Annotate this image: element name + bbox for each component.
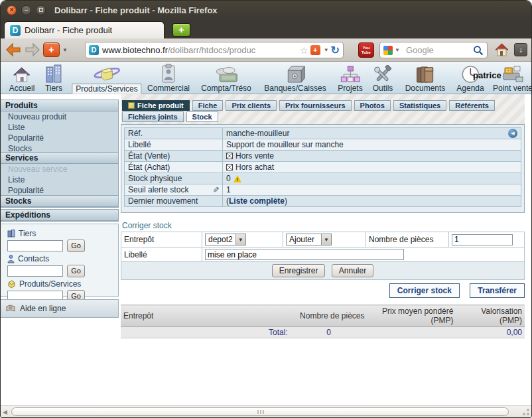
appbar-item-produits-services[interactable]: Produits/Services [72, 63, 141, 94]
select-arrow-icon: ▼ [321, 234, 331, 245]
mode-select[interactable]: Ajouter ▼ [286, 234, 332, 245]
tab-prix-fournisseurs[interactable]: Prix fournisseurs [279, 100, 351, 111]
org-chart-icon [336, 63, 364, 84]
sidebar-section-stocks: Stocks [1, 195, 119, 208]
sidebar-item-liste-produits[interactable]: Liste [1, 122, 118, 133]
url-path: /dolibarr/htdocs/produc [168, 45, 299, 55]
sidebar-item-popularite-produits[interactable]: Popularité [1, 133, 118, 143]
tab-fiche-produit[interactable]: Fiche produit [122, 100, 190, 111]
sidebar-header-expeditions[interactable]: Expéditions [1, 210, 118, 221]
browser-tab[interactable]: D Dolibarr - Fiche produit [4, 21, 165, 38]
reload-icon[interactable]: ↻ [331, 45, 340, 56]
window-maximize-button[interactable] [36, 5, 46, 15]
tabs-row-2: Fichiers joints Stock [122, 111, 218, 122]
new-tab-toolbar-button[interactable]: + [43, 42, 60, 57]
search-bar[interactable]: ▼ Google [379, 42, 488, 58]
download-button[interactable]: ↓ [514, 43, 527, 56]
horizontal-scrollbar[interactable]: ◀ [1, 405, 531, 417]
sidebar-header-stocks[interactable]: Stocks [1, 196, 118, 207]
sidebar-item-liste-services[interactable]: Liste [1, 174, 118, 185]
browser-tabstrip: D Dolibarr - Fiche produit + [1, 19, 531, 38]
new-tab-button[interactable]: + [172, 23, 190, 36]
quicksearch-contacts-input[interactable] [7, 265, 63, 277]
nombre-pieces-input[interactable] [452, 234, 513, 245]
sidebar-item-popularite-services[interactable]: Popularité [1, 185, 118, 196]
col-nombre-pieces[interactable]: Nombre de pièces [291, 305, 367, 327]
entrepot-select[interactable]: depot2 ▼ [205, 234, 246, 245]
bookmark-star-icon[interactable]: ☆ [300, 45, 308, 56]
tab-statistiques[interactable]: Statistiques [393, 100, 446, 111]
entrepot-label: Entrepôt [121, 232, 202, 247]
corriger-stock-button[interactable]: Corriger stock [389, 283, 460, 298]
firefox-window: × – Dolibarr - Fiche produit - Mozilla F… [0, 0, 532, 418]
tab-photos[interactable]: Photos [354, 100, 391, 111]
sidebar-section-expeditions: Expéditions [1, 209, 119, 222]
scrollbar-thumb[interactable] [11, 407, 509, 416]
dolibarr-appbar: Accueil Tiers Produits/Services Commerci… [1, 62, 531, 94]
search-placeholder: Google [406, 45, 473, 55]
quicksearch-tiers-go-button[interactable]: Go [67, 240, 85, 252]
book-icon: ? [6, 305, 16, 313]
window-minimize-button[interactable]: – [21, 5, 31, 15]
dernier-mouvement-label: Dernier mouvement [125, 196, 223, 207]
tab-fiche[interactable]: Fiche [192, 100, 224, 111]
dolibarr-favicon: D [10, 25, 21, 36]
url-bar[interactable]: D www.biotechno.fr /dolibarr/htdocs/prod… [85, 42, 344, 58]
edit-pencil-icon[interactable]: ✎ [211, 186, 220, 193]
table-row: Stock physique 0! [125, 173, 521, 184]
appbar-item-documents[interactable]: Documents [403, 63, 448, 93]
logged-user-name[interactable]: patrice [473, 70, 501, 80]
etat-achat-value: Hors achat [235, 163, 274, 172]
quicksearch-contacts-go-button[interactable]: Go [67, 265, 85, 277]
sidebar-header-produits[interactable]: Produits [1, 100, 118, 111]
previous-record-icon[interactable]: ◀ [508, 129, 517, 138]
etat-achat-label: État (Achat) [125, 162, 223, 173]
youtube-icon[interactable]: You Tube [358, 42, 374, 58]
table-row: Seuil alerte stock✎ 1 [125, 184, 521, 196]
tab-referents[interactable]: Référents [449, 100, 495, 111]
back-button[interactable] [5, 42, 21, 57]
appbar-item-tiers[interactable]: Tiers [43, 63, 64, 93]
window-close-button[interactable]: × [7, 5, 17, 15]
stock-totals-table: Entrepôt Nombre de pièces Prix moyen pon… [121, 305, 525, 338]
appbar-item-banques-caisses[interactable]: Banques/Caisses [262, 63, 328, 93]
annuler-button[interactable]: Annuler [332, 264, 373, 277]
sidebar-help[interactable]: ? Aide en ligne [1, 299, 119, 318]
home-icon [7, 63, 37, 84]
search-engine-caret[interactable]: ▼ [395, 47, 400, 53]
appbar-item-projets[interactable]: Projets [336, 63, 364, 93]
window-resize-grip[interactable] [523, 409, 529, 415]
appbar-item-accueil[interactable]: Accueil [7, 63, 37, 93]
libelle-input[interactable] [205, 249, 404, 260]
home-button[interactable] [494, 42, 509, 60]
url-dropdown-caret[interactable]: ▼ [324, 47, 329, 53]
quicksearch-contacts-label: Contacts [7, 254, 118, 263]
sidebar-header-services[interactable]: Services [1, 153, 118, 164]
col-entrepot[interactable]: Entrepôt [121, 305, 291, 327]
tab-prix-clients[interactable]: Prix clients [226, 100, 277, 111]
action-buttons: Corriger stock Transférer [121, 283, 525, 298]
sidebar-item-nouveau-produit[interactable]: Nouveau produit [1, 111, 118, 122]
appbar-item-compta-treso[interactable]: Compta/Tréso [199, 63, 253, 93]
new-tab-dropdown-caret[interactable]: ▼ [62, 47, 68, 53]
tab-fichiers-joints[interactable]: Fichiers joints [122, 111, 184, 122]
transferer-button[interactable]: Transférer [470, 283, 525, 298]
appbar-item-outils[interactable]: Outils [371, 63, 395, 93]
quicksearch-tiers-input[interactable] [7, 240, 63, 251]
col-valorisation[interactable]: Valorisation (PMP) [456, 305, 525, 327]
folders-icon [403, 63, 448, 84]
warning-icon: ! [233, 175, 241, 182]
scroll-left-arrow-icon[interactable]: ◀ [3, 409, 7, 415]
nombre-pieces-label: Nombre de pièces [366, 232, 449, 247]
url-plus-badge-icon[interactable]: + [310, 45, 320, 55]
enregistrer-button[interactable]: Enregistrer [272, 264, 326, 277]
magnifier-icon[interactable] [473, 45, 484, 56]
liste-complete-link[interactable]: Liste complète [229, 196, 285, 206]
total-row: Total: 0 0,00 [121, 327, 525, 338]
col-pmp[interactable]: Prix moyen pondéré (PMP) [367, 305, 456, 327]
tab-stock[interactable]: Stock [186, 111, 218, 122]
appbar-item-commercial[interactable]: Commercial [145, 63, 192, 93]
table-row: Dernier mouvement (Liste complète) [125, 196, 521, 207]
status-off-icon [226, 153, 233, 159]
forward-button[interactable] [25, 42, 40, 57]
